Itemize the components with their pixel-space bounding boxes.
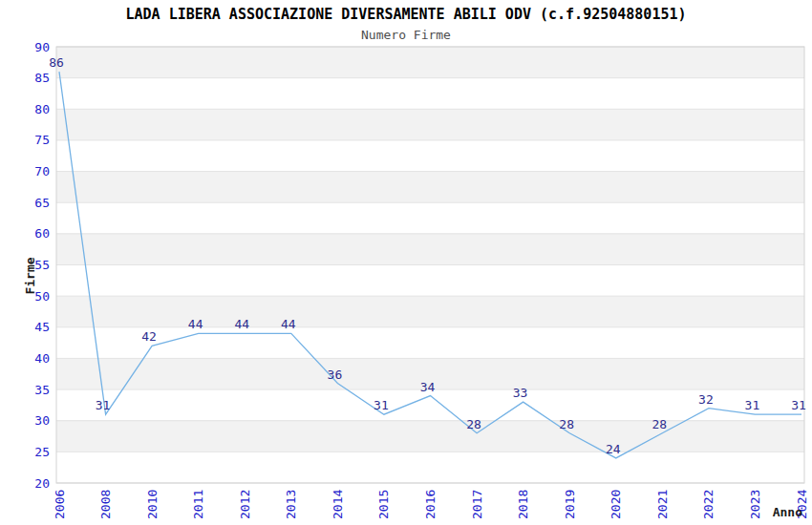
- x-tick-label: 2008: [98, 490, 113, 519]
- plot-band: [56, 172, 804, 203]
- data-label: 32: [698, 392, 714, 407]
- plot-area: 8631424444443631342833282428323131 90858…: [0, 0, 812, 525]
- plot-band: [56, 296, 804, 327]
- x-tick-label: 2012: [238, 490, 252, 519]
- data-label: 44: [281, 317, 296, 331]
- data-label: 44: [234, 317, 249, 331]
- plot-band: [56, 140, 804, 172]
- y-tick-label: 25: [34, 445, 50, 459]
- y-axis-title: Firme: [23, 257, 37, 294]
- x-tick-label: 2006: [53, 490, 67, 519]
- y-tick-label: 85: [34, 71, 50, 85]
- data-label: 31: [96, 398, 111, 412]
- x-tick-label: 2011: [191, 490, 205, 519]
- data-label: 42: [141, 329, 157, 344]
- plot-band: [56, 234, 804, 265]
- x-tick-label: 2019: [563, 490, 577, 519]
- x-tick-label: 2018: [516, 490, 530, 519]
- y-tick-label: 40: [34, 351, 50, 366]
- plot-band: [56, 389, 804, 421]
- data-label: 31: [745, 398, 760, 412]
- y-tick-label: 60: [34, 226, 50, 241]
- data-label: 36: [328, 368, 343, 382]
- y-tick-label: 45: [34, 320, 50, 334]
- x-tick-label: 2020: [609, 490, 623, 519]
- data-label: 44: [188, 317, 203, 331]
- plot-band: [56, 47, 804, 78]
- y-tick-label: 90: [34, 40, 50, 54]
- chart-title: LADA LIBERA ASSOCIAZIONE DIVERSAMENTE AB…: [126, 6, 687, 23]
- chart-canvas: 8631424444443631342833282428323131 90858…: [0, 0, 812, 525]
- y-tick-label: 30: [34, 413, 50, 428]
- plot-band: [56, 109, 804, 140]
- data-label: 31: [374, 398, 389, 412]
- data-label: 31: [791, 398, 806, 412]
- data-label: 86: [49, 55, 64, 70]
- plot-band: [56, 421, 804, 452]
- y-tick-label: 65: [34, 196, 50, 210]
- y-tick-label: 75: [34, 133, 50, 147]
- data-label: 28: [652, 417, 667, 431]
- x-tick-label: 2016: [423, 490, 438, 519]
- plot-band: [56, 202, 804, 234]
- y-tick-label: 20: [34, 476, 50, 491]
- data-label: 24: [606, 442, 621, 456]
- data-label: 34: [420, 380, 436, 394]
- y-tick-label: 70: [34, 164, 50, 178]
- x-tick-label: 2014: [331, 490, 345, 519]
- plot-band: [56, 78, 804, 110]
- data-label: 28: [466, 417, 481, 431]
- chart-subtitle: Numero Firme: [361, 28, 451, 42]
- x-tick-label: 2021: [655, 490, 670, 519]
- x-tick-label: 2022: [701, 490, 716, 519]
- x-tick-label: 2023: [748, 490, 762, 519]
- data-label: 28: [559, 417, 574, 431]
- y-tick-label: 35: [34, 383, 50, 397]
- plot-band: [56, 452, 804, 483]
- x-axis-title: Anno: [773, 505, 802, 519]
- data-label: 33: [513, 386, 528, 400]
- x-tick-label: 2010: [145, 490, 160, 519]
- plot-band: [56, 327, 804, 359]
- x-tick-label: 2017: [470, 490, 484, 519]
- x-axis-tick-labels: 2006200820102011201220132014201520162017…: [53, 490, 809, 519]
- y-tick-label: 80: [34, 102, 50, 116]
- x-tick-label: 2015: [376, 490, 391, 519]
- plot-band: [56, 265, 804, 297]
- x-tick-label: 2013: [284, 490, 298, 519]
